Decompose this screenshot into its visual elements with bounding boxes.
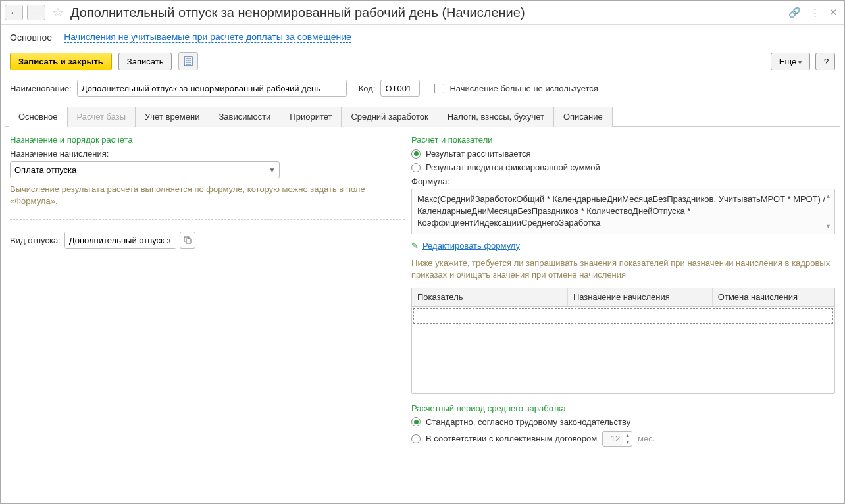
indicators-hint: Ниже укажите, требуется ли запрашивать з… <box>411 257 835 281</box>
formula-label: Формула: <box>411 176 835 186</box>
separator <box>10 219 405 220</box>
tab-avg[interactable]: Средний заработок <box>341 107 438 127</box>
months-unit-label: мес. <box>638 434 655 443</box>
months-spinner[interactable]: ▲▼ <box>602 431 632 447</box>
close-icon[interactable]: ✕ <box>829 7 838 18</box>
radio-collective[interactable] <box>411 434 421 443</box>
tab-time[interactable]: Учет времени <box>135 107 209 127</box>
section-period: Расчетный период среднего заработка <box>411 403 835 413</box>
more-button[interactable]: Еще <box>771 53 810 70</box>
section-assignment: Назначение и порядок расчета <box>10 135 405 145</box>
favorite-star-icon[interactable]: ☆ <box>52 5 64 20</box>
code-input[interactable] <box>380 80 420 97</box>
name-input[interactable] <box>77 80 347 97</box>
vacation-type-label: Вид отпуска: <box>10 236 61 245</box>
th-assign[interactable]: Назначение начисления <box>568 288 713 306</box>
spin-up-icon[interactable]: ▲ <box>623 432 632 439</box>
tab-tax[interactable]: Налоги, взносы, бухучет <box>438 107 554 127</box>
radio-standard-label: Стандартно, согласно трудовому законодат… <box>426 417 630 427</box>
formula-textarea[interactable]: Макс(СреднийЗаработокОбщий * Календарные… <box>411 189 835 234</box>
top-tab-link[interactable]: Начисления не учитываемые при расчете до… <box>64 32 351 43</box>
tab-deps[interactable]: Зависимости <box>209 107 280 127</box>
months-input <box>603 432 623 446</box>
tab-main[interactable]: Основное <box>9 107 68 127</box>
help-button[interactable]: ? <box>815 53 835 70</box>
spin-down-icon[interactable]: ▼ <box>623 439 632 446</box>
save-button[interactable]: Записать <box>118 53 172 70</box>
tab-base[interactable]: Расчет базы <box>67 107 136 127</box>
formula-text: Макс(СреднийЗаработокОбщий * Календарные… <box>417 194 825 228</box>
radio-collective-label: В соответствии с коллективным договором <box>426 434 597 443</box>
nav-forward-button[interactable]: → <box>27 5 45 20</box>
formula-hint: Вычисление результата расчета выполняетс… <box>10 184 405 207</box>
th-indicator[interactable]: Показатель <box>412 288 568 306</box>
vacation-open-button[interactable] <box>180 232 195 249</box>
link-icon[interactable]: 🔗 <box>788 7 801 18</box>
nav-back-button[interactable]: ← <box>5 5 23 20</box>
top-tab-main[interactable]: Основное <box>10 32 52 43</box>
report-icon-button[interactable] <box>178 52 198 70</box>
radio-result-fixed[interactable] <box>411 163 421 172</box>
table-row[interactable] <box>413 308 833 324</box>
formula-scrollbar[interactable]: ▲▼ <box>825 192 832 231</box>
not-used-label: Начисление больше не используется <box>449 84 598 93</box>
tab-desc[interactable]: Описание <box>553 107 613 127</box>
assign-select-input[interactable] <box>11 162 265 178</box>
radio-result-calc-label: Результат рассчитывается <box>426 149 531 159</box>
assign-label: Назначение начисления: <box>10 149 405 159</box>
window-title: Дополнительный отпуск за ненормированный… <box>70 5 525 20</box>
vacation-type-input[interactable] <box>65 232 184 248</box>
assign-select[interactable]: ▼ <box>10 161 280 178</box>
th-cancel[interactable]: Отмена начисления <box>713 288 834 306</box>
assign-dropdown-icon[interactable]: ▼ <box>265 162 279 178</box>
kebab-menu-icon[interactable]: ⋮ <box>810 7 820 18</box>
not-used-checkbox[interactable] <box>434 84 444 93</box>
section-calc: Расчет и показатели <box>411 135 835 145</box>
radio-result-calc[interactable] <box>411 149 421 159</box>
radio-standard-period[interactable] <box>411 417 421 426</box>
pencil-icon: ✎ <box>411 241 419 251</box>
code-label: Код: <box>359 84 376 93</box>
indicators-table: Показатель Назначение начисления Отмена … <box>411 288 835 394</box>
save-close-button[interactable]: Записать и закрыть <box>10 53 112 70</box>
radio-result-fixed-label: Результат вводится фиксированной суммой <box>426 163 600 172</box>
name-label: Наименование: <box>10 84 72 93</box>
vacation-type-select[interactable]: ▼ <box>64 232 176 249</box>
edit-formula-link[interactable]: Редактировать формулу <box>423 241 520 251</box>
tab-priority[interactable]: Приоритет <box>280 107 342 127</box>
